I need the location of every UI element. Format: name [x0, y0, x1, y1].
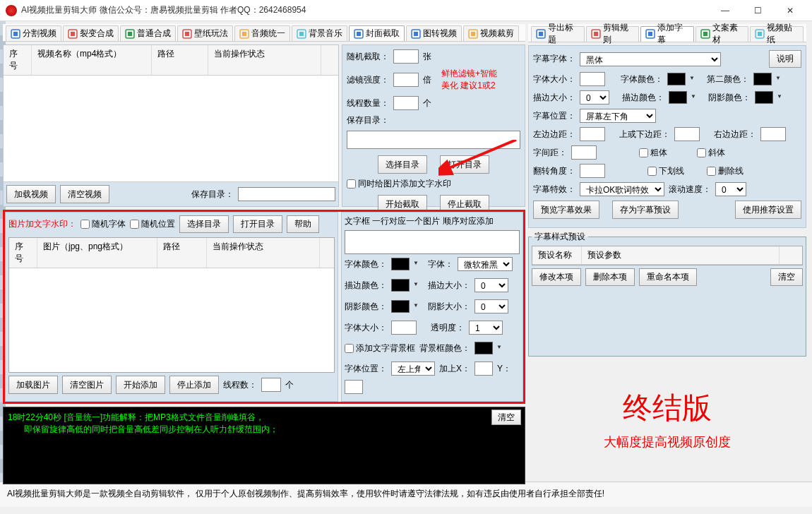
rand-capture-input[interactable] — [393, 49, 419, 64]
tab-添加字幕[interactable]: 添加字幕 — [640, 26, 694, 42]
sub-right-input[interactable] — [760, 127, 786, 141]
col-header: 序号 — [4, 45, 32, 75]
col-header: 当前操作状态 — [207, 238, 320, 268]
log-panel: 18时22分40秒 [音量统一]功能解释：把MP3格式文件音量削峰填谷， 即保留… — [3, 407, 525, 484]
tab-音频统一[interactable]: 音频统一 — [234, 25, 290, 41]
tab-封面截取[interactable]: 封面截取 — [349, 25, 405, 41]
tab-label: 音频统一 — [251, 28, 285, 40]
tab-背景音乐[interactable]: 背景音乐 — [292, 25, 347, 41]
tab-label: 封面截取 — [366, 28, 400, 40]
strike-checkbox[interactable]: 删除线 — [707, 165, 744, 177]
sub-color-swatch[interactable] — [667, 73, 686, 85]
app-icon — [6, 5, 17, 16]
wm-help-button[interactable]: 帮助 — [287, 215, 319, 233]
tab-label: 普通合成 — [137, 28, 171, 40]
threads-input[interactable] — [393, 96, 419, 110]
tab-icon — [536, 29, 546, 39]
close-button[interactable]: ✕ — [774, 0, 806, 21]
sub-size-input[interactable] — [580, 72, 605, 86]
tab-普通合成[interactable]: 普通合成 — [120, 25, 176, 41]
sub-shadowc-swatch[interactable] — [755, 91, 773, 104]
tab-文案素材[interactable]: 文案素材 — [695, 26, 749, 42]
wm-y-input[interactable] — [345, 380, 363, 394]
tab-视频裁剪[interactable]: 视频裁剪 — [463, 25, 519, 41]
tab-剪辑规则[interactable]: 剪辑规则 — [586, 26, 640, 42]
threads-label: 线程数量： — [347, 97, 389, 109]
minimize-button[interactable]: — — [709, 0, 741, 21]
tab-label: 视频裁剪 — [480, 28, 514, 40]
clear-video-button[interactable]: 清空视频 — [60, 185, 109, 203]
wm-addx-input[interactable] — [474, 361, 493, 376]
filter-input[interactable] — [393, 73, 419, 87]
wm-opacity-select[interactable]: 1 — [469, 321, 503, 335]
wm-bgbox-checkbox[interactable]: 添加文字背景框 — [345, 342, 415, 354]
wm-strokew-select[interactable]: 0 — [474, 278, 508, 292]
load-video-button[interactable]: 加载视频 — [6, 185, 56, 203]
use-recommended-button[interactable]: 使用推荐设置 — [735, 201, 801, 219]
tab-图转视频[interactable]: 图转视频 — [406, 25, 462, 41]
wm-fontsize-input[interactable] — [391, 321, 417, 335]
wm-shadoww-select[interactable]: 0 — [474, 299, 508, 313]
load-image-button[interactable]: 加载图片 — [8, 376, 58, 394]
watermark-checkbox[interactable]: 同时给图片添加文字水印 — [347, 178, 451, 190]
explain-button[interactable]: 说明 — [769, 50, 801, 68]
wm-bgcolor-label: 背景框颜色： — [419, 342, 470, 354]
wm-fontcolor-swatch[interactable] — [391, 258, 410, 270]
maximize-button[interactable]: ☐ — [741, 0, 774, 21]
sub-spacing-input[interactable] — [571, 145, 597, 160]
choose-dir-button[interactable]: 选择目录 — [378, 155, 427, 174]
wm-bgbox-label: 添加文字背景框 — [356, 342, 415, 354]
sub-fx-select[interactable]: 卡拉OK歌词特效 — [580, 182, 664, 196]
cover-savedir-input[interactable] — [347, 131, 520, 149]
tab-壁纸玩法[interactable]: 壁纸玩法 — [177, 25, 233, 41]
bold-checkbox[interactable]: 粗体 — [639, 147, 667, 159]
underline-checkbox[interactable]: 下划线 — [647, 165, 684, 177]
save-dir-input[interactable] — [238, 187, 335, 201]
log-clear-button[interactable]: 清空 — [491, 410, 521, 425]
unit-bei: 倍 — [423, 74, 431, 86]
sub-color2-swatch[interactable] — [753, 73, 772, 85]
wm-open-dir-button[interactable]: 打开目录 — [233, 215, 282, 233]
sub-left-input[interactable] — [580, 127, 605, 141]
preview-subtitle-button[interactable]: 预览字幕效果 — [533, 201, 599, 219]
sub-strokec-swatch[interactable] — [669, 91, 687, 104]
save-preset-button[interactable]: 存为字幕预设 — [612, 201, 679, 219]
sub-top-input[interactable] — [674, 127, 700, 141]
wm-bgcolor-swatch[interactable] — [474, 342, 493, 354]
tab-分割视频[interactable]: 分割视频 — [6, 25, 61, 41]
stop-add-button[interactable]: 停止添加 — [169, 376, 219, 394]
delete-preset-button[interactable]: 删除本项 — [585, 268, 635, 286]
wm-choose-dir-button[interactable]: 选择目录 — [179, 215, 229, 233]
watermark-checkbox-label: 同时给图片添加文字水印 — [358, 178, 451, 190]
sub-strokec-label: 描边颜色： — [622, 92, 664, 104]
sub-font-select[interactable]: 黑体 — [580, 52, 721, 66]
start-add-button[interactable]: 开始添加 — [116, 376, 165, 394]
sub-font-label: 字幕字体： — [533, 53, 575, 65]
clear-preset-button[interactable]: 清空 — [770, 268, 803, 286]
wm-threads-input[interactable] — [261, 378, 281, 392]
wm-strokec-label: 描边颜色： — [345, 280, 387, 292]
rand-pos-checkbox[interactable]: 随机位置 — [130, 218, 175, 230]
sub-rotate-input[interactable] — [580, 164, 605, 178]
rand-font-checkbox[interactable]: 随机字体 — [80, 218, 126, 230]
wm-strokec-swatch[interactable] — [391, 279, 410, 292]
clear-image-button[interactable]: 清空图片 — [62, 376, 112, 394]
edit-preset-button[interactable]: 修改本项 — [532, 268, 581, 286]
wm-pos-label: 字体位置： — [345, 363, 387, 375]
wm-pos-select[interactable]: 左上角 — [391, 361, 435, 376]
sub-pos-select[interactable]: 屏幕左下角 — [580, 109, 656, 123]
wm-text-input[interactable] — [345, 230, 520, 254]
rename-preset-button[interactable]: 重命名本项 — [639, 268, 697, 286]
tab-裂变合成[interactable]: 裂变合成 — [63, 25, 119, 41]
open-dir-button[interactable]: 打开目录 — [440, 155, 489, 174]
wm-shadowc-swatch[interactable] — [391, 300, 410, 313]
italic-checkbox[interactable]: 斜体 — [697, 147, 725, 159]
tab-视频贴纸[interactable]: 视频贴纸 — [750, 26, 804, 42]
sub-stroke-select[interactable]: 0 — [580, 90, 609, 104]
wm-fontcolor-label: 字体颜色： — [345, 258, 387, 270]
promo-panel: 终结版 大幅度提高视频原创度 — [528, 359, 806, 479]
wm-font-select[interactable]: 微软雅黑 — [458, 257, 513, 271]
tab-导出标题[interactable]: 导出标题 — [531, 26, 585, 42]
sub-speed-select[interactable]: 0 — [715, 182, 746, 196]
wm-addx-label: 加上X： — [439, 363, 470, 375]
